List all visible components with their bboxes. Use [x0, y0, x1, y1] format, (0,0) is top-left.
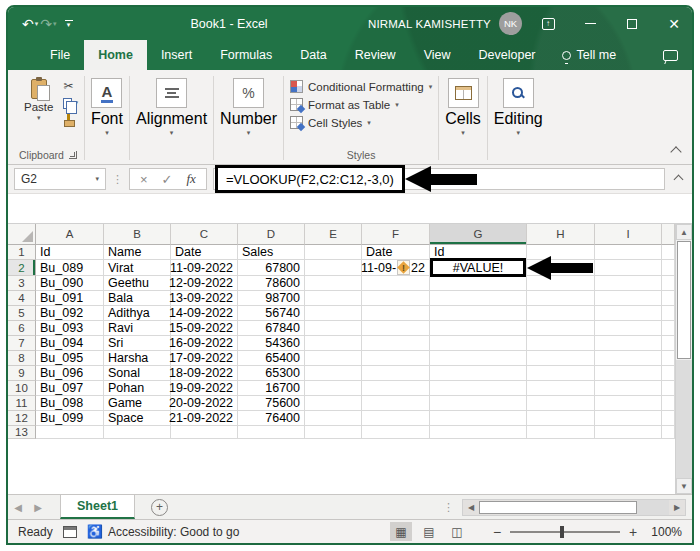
editing-menu-button[interactable]: Editing ▾	[494, 76, 543, 136]
cell-H12[interactable]	[527, 411, 595, 426]
column-header-D[interactable]: D	[238, 224, 305, 245]
cell-G12[interactable]	[430, 411, 527, 426]
cancel-formula-button[interactable]: ×	[140, 172, 148, 187]
cell-F8[interactable]	[362, 351, 430, 366]
paste-dropdown-icon[interactable]: ▾	[37, 115, 41, 121]
undo-button[interactable]: ↶▾	[22, 16, 38, 32]
cell-X7[interactable]	[662, 336, 675, 351]
cell-X4[interactable]	[662, 291, 675, 306]
cell-styles-button[interactable]: Cell Styles▾	[290, 115, 432, 130]
cell-C4[interactable]: 13-09-2022	[171, 291, 238, 306]
scroll-up-icon[interactable]: ▲	[676, 224, 692, 240]
tab-insert[interactable]: Insert	[147, 40, 206, 70]
cell-D8[interactable]: 65400	[238, 351, 305, 366]
column-header-E[interactable]: E	[305, 224, 362, 245]
cell-G11[interactable]	[430, 396, 527, 411]
minimize-button[interactable]	[582, 16, 598, 32]
cell-A7[interactable]: Bu_094	[36, 336, 104, 351]
cell-X1[interactable]	[662, 245, 675, 260]
cell-H11[interactable]	[527, 396, 595, 411]
column-header-F[interactable]: F	[362, 224, 430, 245]
horizontal-scrollbar[interactable]: ◀ ▶	[462, 499, 686, 516]
cell-B10[interactable]: Pohan	[104, 381, 171, 396]
row-header-1[interactable]: 1	[8, 245, 36, 260]
format-painter-button[interactable]	[63, 113, 78, 127]
cell-X2[interactable]	[662, 260, 675, 276]
zoom-out-button[interactable]: −	[492, 524, 502, 540]
accessibility-checker[interactable]: ♿ Accessibility: Good to go	[87, 524, 240, 539]
cell-F2[interactable]: 11-09-!22	[362, 260, 430, 276]
cell-B12[interactable]: Space	[104, 411, 171, 426]
vertical-scroll-track[interactable]	[676, 360, 692, 478]
copy-button[interactable]: ▾	[63, 96, 78, 110]
column-header-H[interactable]: H	[527, 224, 595, 245]
row-header-2[interactable]: 2	[8, 260, 36, 276]
cell-C13[interactable]	[171, 426, 238, 439]
cell-H5[interactable]	[527, 306, 595, 321]
cell-I7[interactable]	[595, 336, 662, 351]
cell-C7[interactable]: 16-09-2022	[171, 336, 238, 351]
enter-formula-button[interactable]: ✓	[162, 172, 173, 187]
cell-X10[interactable]	[662, 381, 675, 396]
zoom-slider-thumb[interactable]	[560, 526, 564, 538]
error-checking-warning-icon[interactable]: !	[397, 260, 410, 275]
cell-D2[interactable]: 67800	[238, 260, 305, 276]
cell-A6[interactable]: Bu_093	[36, 321, 104, 336]
cell-B8[interactable]: Harsha	[104, 351, 171, 366]
row-header-13[interactable]: 13	[8, 426, 36, 439]
column-header-B[interactable]: B	[104, 224, 171, 245]
cell-G6[interactable]	[430, 321, 527, 336]
cell-X12[interactable]	[662, 411, 675, 426]
cell-C8[interactable]: 17-09-2022	[171, 351, 238, 366]
name-box-dropdown-icon[interactable]: ▾	[95, 176, 99, 182]
conditional-formatting-button[interactable]: Conditional Formatting▾	[290, 79, 432, 94]
scroll-down-icon[interactable]: ▼	[676, 478, 692, 494]
cell-E11[interactable]	[305, 396, 362, 411]
row-header-9[interactable]: 9	[8, 366, 36, 381]
tab-home[interactable]: Home	[84, 40, 147, 70]
cell-A13[interactable]	[36, 426, 104, 439]
cell-X13[interactable]	[662, 426, 675, 439]
cell-X6[interactable]	[662, 321, 675, 336]
cell-X11[interactable]	[662, 396, 675, 411]
cell-I13[interactable]	[595, 426, 662, 439]
cell-D1[interactable]: Sales	[238, 245, 305, 260]
cell-X9[interactable]	[662, 366, 675, 381]
row-header-11[interactable]: 11	[8, 396, 36, 411]
cell-D5[interactable]: 56740	[238, 306, 305, 321]
cell-E3[interactable]	[305, 276, 362, 291]
collapse-ribbon-icon[interactable]	[670, 146, 681, 157]
cut-button[interactable]: ✂	[63, 79, 78, 93]
cell-E5[interactable]	[305, 306, 362, 321]
cell-B3[interactable]: Geethu	[104, 276, 171, 291]
next-sheet-icon[interactable]: ▶	[28, 495, 48, 519]
font-menu-button[interactable]: A Font ▾	[91, 76, 123, 136]
formula-bar-handle[interactable]: ⋮	[112, 173, 123, 186]
cell-A3[interactable]: Bu_090	[36, 276, 104, 291]
tab-formulas[interactable]: Formulas	[206, 40, 286, 70]
cell-I6[interactable]	[595, 321, 662, 336]
cell-A12[interactable]: Bu_099	[36, 411, 104, 426]
cell-D4[interactable]: 98700	[238, 291, 305, 306]
cell-C11[interactable]: 20-09-2022	[171, 396, 238, 411]
user-avatar[interactable]: NK	[499, 12, 522, 35]
cell-A4[interactable]: Bu_091	[36, 291, 104, 306]
cell-H10[interactable]	[527, 381, 595, 396]
tab-data[interactable]: Data	[286, 40, 340, 70]
cell-I2[interactable]	[595, 260, 662, 276]
cell-F9[interactable]	[362, 366, 430, 381]
cell-G4[interactable]	[430, 291, 527, 306]
cell-C9[interactable]: 18-09-2022	[171, 366, 238, 381]
cell-X5[interactable]	[662, 306, 675, 321]
cell-H13[interactable]	[527, 426, 595, 439]
cell-C6[interactable]: 15-09-2022	[171, 321, 238, 336]
cell-B7[interactable]: Sri	[104, 336, 171, 351]
cell-E6[interactable]	[305, 321, 362, 336]
row-header-12[interactable]: 12	[8, 411, 36, 426]
cell-B4[interactable]: Bala	[104, 291, 171, 306]
cell-C1[interactable]: Date	[171, 245, 238, 260]
cell-D10[interactable]: 16700	[238, 381, 305, 396]
cell-A8[interactable]: Bu_095	[36, 351, 104, 366]
cell-F4[interactable]	[362, 291, 430, 306]
cell-I12[interactable]	[595, 411, 662, 426]
